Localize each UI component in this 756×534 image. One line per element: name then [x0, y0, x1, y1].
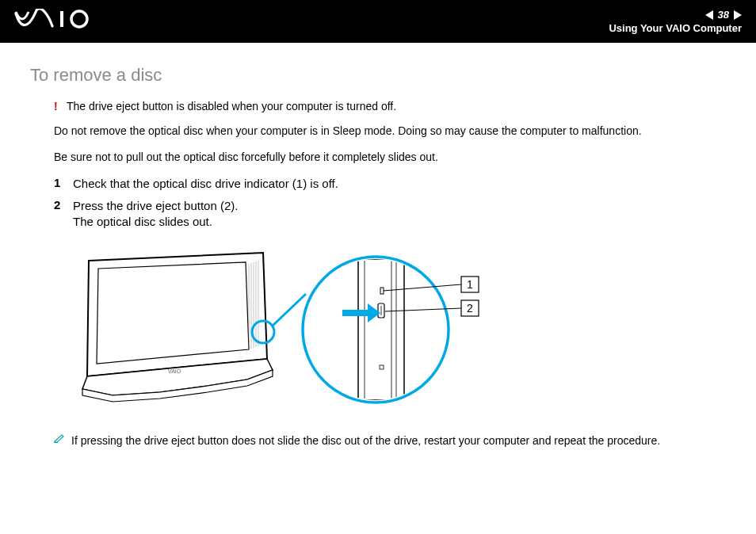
warning-text-2: Do not remove the optical disc when your…: [54, 124, 726, 139]
svg-rect-0: [60, 11, 63, 27]
warning-block: ! The drive eject button is disabled whe…: [54, 100, 726, 113]
step-2: 2 Press the drive eject button (2). The …: [54, 198, 726, 231]
next-page-arrow-icon[interactable]: [734, 10, 742, 20]
step-1: 1 Check that the optical disc drive indi…: [54, 176, 726, 192]
callout-connector: [273, 294, 306, 326]
warning-text-1: The drive eject button is disabled when …: [67, 100, 396, 113]
illustration-svg: VAIO: [65, 246, 509, 416]
content-area: To remove a disc ! The drive eject butto…: [0, 43, 756, 448]
note-text: If pressing the drive eject button does …: [71, 433, 660, 448]
step-num-2: 2: [54, 198, 65, 231]
page-title: To remove a disc: [30, 65, 726, 86]
svg-point-1: [71, 11, 87, 27]
detail-view: [303, 257, 449, 402]
svg-text:VAIO: VAIO: [168, 368, 181, 374]
prev-page-arrow-icon[interactable]: [705, 10, 713, 20]
step-num-1: 1: [54, 176, 65, 192]
header-bar: 38 Using Your VAIO Computer: [0, 0, 756, 43]
header-right: 38 Using Your VAIO Computer: [609, 9, 742, 34]
note-block: If pressing the drive eject button does …: [54, 433, 726, 448]
illustration: VAIO: [65, 246, 726, 416]
warning-text-3: Be sure not to pull out the optical disc…: [54, 150, 726, 165]
note-icon: [54, 433, 65, 443]
vaio-logo-svg: [14, 9, 101, 29]
svg-rect-11: [358, 259, 404, 400]
page-nav: 38: [609, 9, 742, 21]
step-list: 1 Check that the optical disc drive indi…: [54, 176, 726, 231]
callout-1-label: 1: [467, 278, 473, 291]
step-text-2: Press the drive eject button (2). The op…: [73, 198, 238, 231]
vaio-logo: [14, 9, 101, 35]
page-number: 38: [718, 9, 729, 21]
callout-2-label: 2: [467, 302, 473, 315]
section-label: Using Your VAIO Computer: [609, 22, 742, 34]
warning-icon: !: [54, 101, 62, 112]
step-text-1: Check that the optical disc drive indica…: [73, 176, 338, 192]
computer-illustration: VAIO: [82, 253, 274, 402]
